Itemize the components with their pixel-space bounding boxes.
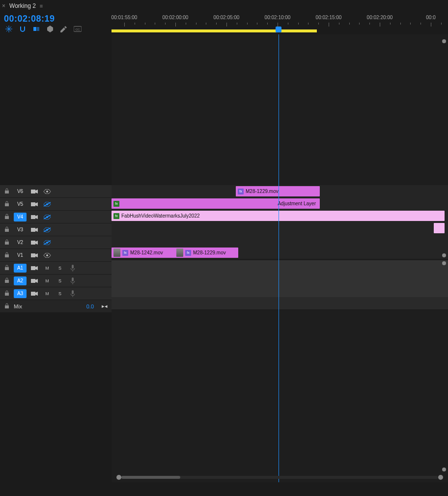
lock-icon[interactable] — [4, 277, 11, 284]
snap-icon[interactable] — [19, 25, 27, 33]
track-v3[interactable] — [112, 222, 448, 235]
clip-v6[interactable]: fx M28-1229.mov — [236, 186, 320, 196]
track-header-v3[interactable]: V3 — [0, 223, 112, 236]
svg-rect-4 — [5, 191, 9, 193]
voiceover-icon[interactable] — [68, 277, 78, 285]
track-header-a2[interactable]: A2MS — [0, 275, 112, 287]
source-patch-icon[interactable] — [29, 239, 39, 247]
track-v4[interactable]: fx FabHushVideoWatermarksJuly2022 — [112, 210, 448, 222]
voiceover-icon[interactable] — [68, 264, 78, 272]
toggle-visibility-icon[interactable] — [42, 188, 52, 195]
track-v6[interactable]: fx M28-1229.mov — [112, 185, 448, 198]
track-target[interactable]: V5 — [14, 200, 27, 209]
track-v2[interactable] — [112, 234, 448, 247]
close-icon[interactable]: × — [2, 2, 5, 9]
track-v1[interactable]: fx M28-1242.mov fx M28-1229.mov — [112, 247, 448, 259]
lock-icon[interactable] — [4, 188, 11, 195]
insert-sequence-icon[interactable] — [5, 25, 13, 33]
source-patch-icon[interactable] — [29, 226, 39, 234]
track-target[interactable]: V3 — [14, 225, 27, 234]
playhead-handle[interactable] — [276, 27, 281, 32]
track-mix[interactable] — [112, 297, 448, 310]
panel-menu-icon[interactable]: ≡ — [40, 3, 43, 9]
track-header-a3[interactable]: A3MS — [0, 287, 112, 300]
zoom-handle-bottom[interactable] — [442, 468, 446, 471]
track-target[interactable]: V4 — [14, 213, 27, 221]
zoom-v-handle-2[interactable] — [442, 261, 446, 265]
track-a1[interactable] — [112, 260, 448, 273]
zoom-handle-top[interactable] — [442, 39, 446, 43]
clip-v3-tail[interactable] — [434, 223, 445, 233]
track-target[interactable]: V6 — [14, 187, 27, 196]
source-patch-icon[interactable] — [29, 264, 39, 272]
track-target[interactable]: A1 — [14, 264, 27, 273]
source-patch-icon[interactable] — [29, 213, 39, 221]
track-header-v1[interactable]: V1 — [0, 249, 112, 262]
source-patch-icon[interactable] — [29, 290, 39, 298]
track-header-v2[interactable]: V2 — [0, 236, 112, 249]
mute-button[interactable]: M — [42, 290, 52, 298]
collapse-icon[interactable]: ▸◂ — [102, 303, 108, 309]
clip-v5[interactable]: fx Adjustment Layer — [112, 198, 320, 209]
fx-badge: fx — [185, 250, 191, 256]
toggle-visibility-icon[interactable] — [42, 226, 52, 234]
clip-v4[interactable]: fx FabHushVideoWatermarksJuly2022 — [112, 211, 445, 221]
scroll-handle-right[interactable] — [438, 475, 443, 480]
solo-button[interactable]: S — [55, 290, 65, 298]
lock-icon[interactable] — [4, 290, 11, 297]
scroll-thumb[interactable] — [121, 476, 180, 479]
track-header-v4[interactable]: V4 — [0, 211, 112, 223]
track-header-v6[interactable]: V6 — [0, 185, 112, 198]
track-target[interactable]: A3 — [14, 289, 27, 298]
toggle-visibility-icon[interactable] — [42, 251, 52, 259]
svg-rect-15 — [5, 229, 9, 232]
mute-button[interactable]: M — [42, 264, 52, 272]
solo-button[interactable]: S — [55, 277, 65, 285]
svg-rect-28 — [72, 265, 74, 269]
track-header-a1[interactable]: A1MS — [0, 262, 112, 275]
track-target[interactable]: A2 — [14, 276, 27, 285]
lock-icon[interactable] — [4, 214, 11, 220]
track-a2[interactable] — [112, 273, 448, 285]
toggle-visibility-icon[interactable] — [42, 239, 52, 247]
track-headers: V6V5V4V3V2V1 A1MSA2MSA3MS Mix 0.0 ▸◂ — [0, 34, 112, 482]
svg-rect-30 — [31, 279, 35, 283]
svg-rect-5 — [31, 190, 35, 193]
lock-icon[interactable] — [4, 252, 11, 259]
scroll-handle-left[interactable] — [116, 475, 121, 480]
lock-icon[interactable] — [4, 201, 11, 208]
solo-button[interactable]: S — [55, 264, 65, 272]
mix-value[interactable]: 0.0 — [86, 303, 94, 309]
mix-label: Mix — [14, 303, 22, 309]
timeline-tracks[interactable]: fx M28-1229.mov fx Adjustment Layer fx F… — [112, 34, 448, 482]
tab-title[interactable]: Working 2 — [9, 2, 36, 9]
source-patch-icon[interactable] — [29, 188, 39, 195]
horizontal-scrollbar[interactable] — [116, 474, 443, 480]
in-out-range[interactable] — [112, 29, 317, 32]
track-header-v5[interactable]: V5 — [0, 198, 112, 211]
voiceover-icon[interactable] — [68, 290, 78, 298]
track-v5[interactable]: fx Adjustment Layer — [112, 197, 448, 210]
captions-icon[interactable]: CC — [74, 25, 82, 33]
mute-button[interactable]: M — [42, 277, 52, 285]
clip-v1a[interactable]: fx M28-1242.mov — [112, 248, 176, 258]
toggle-visibility-icon[interactable] — [42, 213, 52, 221]
source-patch-icon[interactable] — [29, 251, 39, 259]
source-patch-icon[interactable] — [29, 277, 39, 285]
zoom-v-handle-1[interactable] — [442, 253, 446, 257]
marker-icon[interactable] — [46, 25, 54, 33]
linked-selection-icon[interactable] — [32, 25, 40, 33]
source-patch-icon[interactable] — [29, 200, 39, 208]
current-timecode[interactable]: 00:02:08:19 — [0, 12, 112, 24]
lock-icon[interactable] — [4, 239, 11, 246]
clip-v1b[interactable]: fx M28-1229.mov — [174, 248, 238, 258]
lock-icon[interactable] — [4, 303, 11, 310]
lock-icon[interactable] — [4, 265, 11, 272]
toggle-visibility-icon[interactable] — [42, 200, 52, 208]
settings-icon[interactable] — [60, 25, 68, 33]
track-target[interactable]: V1 — [14, 251, 27, 260]
track-a3[interactable] — [112, 285, 448, 298]
track-target[interactable]: V2 — [14, 238, 27, 247]
time-ruler[interactable]: 00:01:55:0000:02:00:0000:02:05:0000:02:1… — [112, 12, 448, 34]
lock-icon[interactable] — [4, 226, 11, 233]
